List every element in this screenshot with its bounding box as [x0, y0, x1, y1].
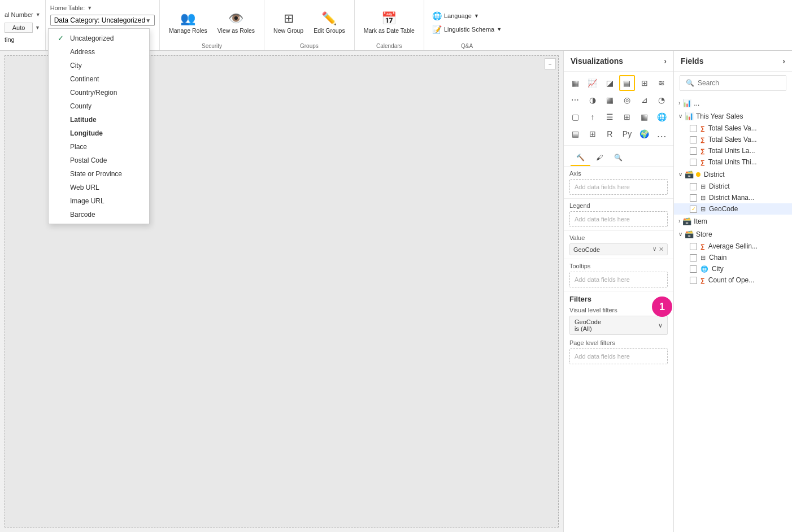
field-item-average-sellin[interactable]: ∑Average Sellin... [674, 241, 792, 252]
language-button[interactable]: 🌐 Language ▼ [429, 10, 505, 22]
viz-tab-format[interactable]: 🖌 [590, 150, 608, 166]
dropdown-item-image-url[interactable]: Image URL [49, 194, 149, 208]
field-type-icon-geocode: ⊞ [700, 206, 706, 213]
field-group-item[interactable]: ›🗃️Item [674, 215, 792, 228]
field-item-district-field[interactable]: ⊞District [674, 181, 792, 192]
viz-funnel-icon[interactable]: ⊿ [637, 92, 652, 108]
legend-drop-zone[interactable]: Add data fields here [569, 211, 668, 227]
field-checkbox-geocode[interactable] [690, 206, 697, 213]
al-number-chevron[interactable]: ▼ [36, 12, 41, 18]
tooltips-drop-zone[interactable]: Add data fields here [569, 272, 668, 287]
viz-pie-icon[interactable]: ◑ [585, 92, 600, 108]
field-item-total-units-la[interactable]: ∑Total Units La... [674, 145, 792, 156]
field-item-city-field[interactable]: 🌐City [674, 263, 792, 274]
viz-clustered-bar-icon[interactable]: ▤ [619, 75, 635, 91]
auto-chevron[interactable]: ▼ [35, 25, 40, 30]
data-category-dropdown[interactable]: Data Category: Uncategorized ▼ [50, 15, 155, 26]
viz-area-icon[interactable]: ◪ [602, 75, 617, 91]
viz-panel-header: Visualizations › [564, 51, 673, 72]
fields-panel-header: Fields › [674, 51, 792, 72]
viz-shape-icon[interactable]: ⊞ [585, 126, 600, 142]
page-level-label: Page level filters [569, 339, 668, 346]
value-chip-chevron[interactable]: ∨ [652, 246, 656, 253]
dropdown-item-web-url[interactable]: Web URL [49, 181, 149, 194]
new-group-button[interactable]: ⊞ New Group [269, 5, 308, 41]
viz-python-icon[interactable]: Py [619, 126, 635, 142]
value-chip-close[interactable]: ✕ [659, 246, 664, 253]
field-checkbox-average-sellin[interactable] [690, 243, 697, 250]
dropdown-item-postal-code[interactable]: Postal Code [49, 154, 149, 167]
field-item-geocode[interactable]: ⊞GeoCode [674, 203, 792, 215]
viz-map-icon[interactable]: 🌐 [654, 109, 669, 125]
dropdown-item-place[interactable]: Place [49, 140, 149, 154]
field-item-total-sales-va-2[interactable]: ∑Total Sales Va... [674, 134, 792, 145]
viz-bar-icon[interactable]: ▦ [567, 75, 583, 91]
field-checkbox-total-units-la[interactable] [690, 147, 697, 155]
manage-roles-button[interactable]: 👥 Manage Roles [164, 5, 212, 41]
viz-esri-icon[interactable]: 🌍 [637, 126, 652, 142]
field-item-total-units-thi[interactable]: ∑Total Units Thi... [674, 156, 792, 168]
viz-treemap-icon[interactable]: ▦ [602, 92, 617, 108]
dropdown-item-longitude[interactable]: Longitude [49, 127, 149, 140]
viz-table-icon[interactable]: ⊞ [619, 109, 635, 125]
dropdown-item-uncategorized[interactable]: ✓Uncategorized [49, 31, 149, 45]
dropdown-item-county[interactable]: County [49, 99, 149, 113]
viz-card-icon[interactable]: ▢ [567, 109, 583, 125]
field-item-district-mana[interactable]: ⊞District Mana... [674, 192, 792, 203]
viz-ribbon-icon[interactable]: ≋ [654, 75, 669, 91]
geocode-filter-chip[interactable]: GeoCode is (All) ∨ [569, 316, 668, 335]
viz-more-icon[interactable]: … [654, 126, 669, 142]
dropdown-item-latitude[interactable]: Latitude [49, 113, 149, 127]
field-group-district[interactable]: ∨🗃️District [674, 168, 792, 181]
field-checkbox-total-units-thi[interactable] [690, 159, 697, 166]
viz-tab-analytics[interactable]: 🔍 [608, 150, 628, 166]
field-item-chain[interactable]: ⊞Chain [674, 252, 792, 263]
page-level-drop-zone[interactable]: Add data fields here [569, 348, 668, 364]
field-checkbox-district-field[interactable] [690, 183, 697, 190]
field-name-total-sales-va-1: Total Sales Va... [708, 124, 787, 132]
fields-expand-icon[interactable]: › [782, 56, 785, 66]
viz-expand-icon[interactable]: › [664, 56, 667, 66]
field-checkbox-total-sales-va-2[interactable] [690, 136, 697, 143]
dropdown-item-barcode[interactable]: Barcode [49, 208, 149, 221]
field-group-this-year-sales[interactable]: ∨📊This Year Sales [674, 110, 792, 123]
field-checkbox-count-ope[interactable] [690, 277, 697, 284]
viz-filled-map-icon[interactable]: ▤ [567, 126, 583, 142]
viz-slicer-icon[interactable]: ☰ [602, 109, 617, 125]
linguistic-schema-button[interactable]: 📝 Linguistic Schema ▼ [429, 23, 505, 36]
dropdown-item-city[interactable]: City [49, 59, 149, 72]
geocode-filter-chevron[interactable]: ∨ [658, 322, 663, 329]
field-checkbox-chain[interactable] [690, 254, 697, 261]
value-chip[interactable]: GeoCode ∨ ✕ [569, 243, 668, 255]
field-group-gross-margin-group[interactable]: ›📊... [674, 97, 792, 110]
dropdown-item-continent[interactable]: Continent [49, 72, 149, 86]
viz-line-icon[interactable]: 📈 [585, 75, 600, 91]
field-item-count-ope[interactable]: ∑Count of Ope... [674, 274, 792, 286]
field-checkbox-total-sales-va-1[interactable] [690, 125, 697, 132]
home-table-chevron[interactable]: ▼ [87, 5, 92, 11]
mark-as-date-table-button[interactable]: 📅 Mark as Date Table [359, 5, 419, 41]
viz-kpi-icon[interactable]: ↑ [585, 109, 600, 125]
view-as-roles-button[interactable]: 👁️ View as Roles [213, 5, 259, 41]
viz-donut-icon[interactable]: ◎ [619, 92, 635, 108]
viz-gauge-icon[interactable]: ◔ [654, 92, 669, 108]
dropdown-item-address[interactable]: Address [49, 45, 149, 59]
page-level-filters-area: Page level filters Add data fields here [569, 339, 668, 364]
search-box[interactable]: 🔍 [680, 75, 786, 91]
minimize-button[interactable]: − [545, 58, 556, 69]
dropdown-item-country-region[interactable]: Country/Region [49, 86, 149, 99]
viz-text-icon[interactable]: R [602, 126, 617, 142]
dropdown-item-state-province[interactable]: State or Province [49, 167, 149, 181]
viz-tab-build[interactable]: 🔨 [571, 150, 590, 166]
viz-combo-icon[interactable]: ⊞ [637, 75, 652, 91]
field-checkbox-city-field[interactable] [690, 265, 697, 273]
field-checkbox-district-mana[interactable] [690, 194, 697, 202]
field-group-store[interactable]: ∨🗃️Store [674, 228, 792, 241]
axis-drop-zone[interactable]: Add data fields here [569, 179, 668, 195]
viz-matrix-icon[interactable]: ▦ [637, 109, 652, 125]
auto-dropdown[interactable]: Auto [5, 23, 33, 33]
search-input[interactable] [698, 79, 782, 87]
edit-groups-button[interactable]: ✏️ Edit Groups [309, 5, 349, 41]
viz-scatter-icon[interactable]: ⋯ [567, 92, 583, 108]
field-item-total-sales-va-1[interactable]: ∑Total Sales Va... [674, 123, 792, 134]
